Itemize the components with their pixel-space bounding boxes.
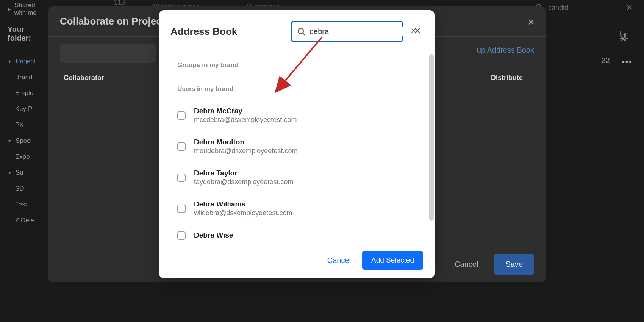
user-row[interactable]: Debra Wise (170, 224, 423, 242)
address-book-modal: Address Book Groups in my brand Users in… (159, 10, 435, 278)
chevron-down-icon: ▼ (8, 139, 12, 143)
sidebar-item: Brand (15, 73, 32, 81)
address-book-body: Groups in my brand Users in my brand Deb… (159, 52, 435, 242)
sidebar-item: Text (15, 201, 27, 208)
svg-point-3 (298, 28, 303, 34)
user-email: moudebra@dsxemployeetest.com (194, 147, 297, 155)
bg-search-value: candid (548, 4, 568, 12)
user-name: Debra Taylor (194, 169, 293, 177)
address-book-link[interactable]: up Address Book (477, 46, 534, 55)
checkbox[interactable] (177, 231, 186, 240)
user-row[interactable]: Debra McCray mccdebra@dsxemployeetest.co… (170, 100, 423, 131)
sidebar-projects: Project (16, 58, 36, 65)
section-groups: Groups in my brand (170, 52, 423, 76)
close-icon[interactable] (412, 25, 423, 38)
col-collaborator: Collaborator (64, 74, 104, 82)
scrollbar[interactable] (429, 54, 434, 221)
sidebar-item: Expe (15, 153, 30, 161)
user-email: wildebra@dsxemployeetest.com (194, 209, 292, 217)
shared-count: 113 (114, 0, 125, 6)
user-name: Debra Wise (194, 231, 233, 239)
chevron-down-icon: ▼ (8, 170, 12, 175)
collab-search-input[interactable] (60, 44, 156, 63)
sidebar-item: Key P (15, 105, 32, 113)
close-icon[interactable]: ✕ (527, 17, 535, 28)
sidebar-sup: Su (16, 169, 23, 177)
user-name: Debra Williams (194, 200, 292, 208)
sidebar-item: Emplo (15, 89, 33, 97)
section-users: Users in my brand (170, 76, 423, 100)
chevron-down-icon: ▼ (8, 59, 12, 64)
shared-with-me-label: Shared with me (14, 2, 42, 17)
svg-line-4 (303, 33, 305, 36)
user-name: Debra McCray (194, 107, 297, 115)
cancel-button[interactable]: Cancel (446, 255, 486, 274)
col-distribute: Distribute (491, 74, 530, 82)
user-name: Debra Moulton (194, 138, 297, 146)
sidebar-item: SD (15, 185, 24, 192)
user-row[interactable]: Debra Taylor taydebra@dsxemployeetest.co… (170, 162, 423, 193)
your-folders-heading: Your folder: (8, 25, 42, 42)
close-icon: ✕ (626, 3, 633, 13)
user-email: taydebra@dsxemployeetest.com (194, 178, 293, 186)
user-row[interactable]: Debra Williams wildebra@dsxemployeetest.… (170, 193, 423, 224)
more-icon: ••• (622, 57, 633, 67)
search-field[interactable] (291, 21, 403, 42)
chevron-right-icon: ▶ (8, 7, 11, 12)
sidebar-item: Z Dele (15, 217, 34, 224)
sidebar-speci: Speci (16, 137, 32, 145)
background-sidebar: ▶ Shared with me Your folder: ▼ Project … (0, 0, 49, 322)
address-book-title: Address Book (170, 26, 237, 38)
user-email: mccdebra@dsxemployeetest.com (194, 116, 297, 124)
bg-count: 22 (602, 56, 610, 65)
sidebar-item: PX (15, 121, 24, 129)
checkbox[interactable] (177, 111, 186, 120)
checkbox[interactable] (177, 142, 186, 151)
checkbox[interactable] (177, 205, 186, 213)
add-selected-button[interactable]: Add Selected (362, 251, 423, 270)
search-input[interactable] (309, 27, 405, 36)
cancel-button[interactable]: Cancel (327, 256, 351, 265)
user-row[interactable]: Debra Moulton moudebra@dsxemployeetest.c… (170, 131, 423, 162)
gear-icon (620, 34, 629, 45)
search-icon (297, 27, 306, 36)
save-button[interactable]: Save (494, 254, 534, 275)
checkbox[interactable] (177, 174, 186, 182)
